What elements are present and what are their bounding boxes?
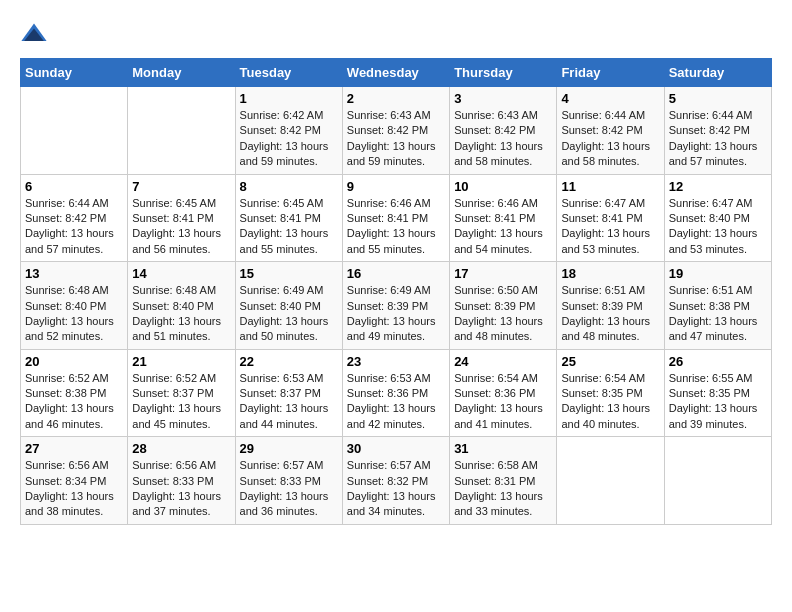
day-number: 29 bbox=[240, 441, 338, 456]
calendar-cell bbox=[664, 437, 771, 525]
day-number: 26 bbox=[669, 354, 767, 369]
calendar-week-5: 27Sunrise: 6:56 AMSunset: 8:34 PMDayligh… bbox=[21, 437, 772, 525]
day-number: 25 bbox=[561, 354, 659, 369]
calendar-cell: 11Sunrise: 6:47 AMSunset: 8:41 PMDayligh… bbox=[557, 174, 664, 262]
day-number: 16 bbox=[347, 266, 445, 281]
calendar-cell: 10Sunrise: 6:46 AMSunset: 8:41 PMDayligh… bbox=[450, 174, 557, 262]
day-number: 18 bbox=[561, 266, 659, 281]
calendar-cell: 3Sunrise: 6:43 AMSunset: 8:42 PMDaylight… bbox=[450, 87, 557, 175]
day-info: Sunrise: 6:47 AMSunset: 8:41 PMDaylight:… bbox=[561, 196, 659, 258]
day-number: 31 bbox=[454, 441, 552, 456]
calendar-cell: 22Sunrise: 6:53 AMSunset: 8:37 PMDayligh… bbox=[235, 349, 342, 437]
day-info: Sunrise: 6:53 AMSunset: 8:36 PMDaylight:… bbox=[347, 371, 445, 433]
day-number: 22 bbox=[240, 354, 338, 369]
day-info: Sunrise: 6:56 AMSunset: 8:33 PMDaylight:… bbox=[132, 458, 230, 520]
day-number: 11 bbox=[561, 179, 659, 194]
day-info: Sunrise: 6:47 AMSunset: 8:40 PMDaylight:… bbox=[669, 196, 767, 258]
day-number: 1 bbox=[240, 91, 338, 106]
calendar-cell: 1Sunrise: 6:42 AMSunset: 8:42 PMDaylight… bbox=[235, 87, 342, 175]
day-info: Sunrise: 6:48 AMSunset: 8:40 PMDaylight:… bbox=[25, 283, 123, 345]
day-info: Sunrise: 6:42 AMSunset: 8:42 PMDaylight:… bbox=[240, 108, 338, 170]
day-number: 2 bbox=[347, 91, 445, 106]
logo bbox=[20, 20, 50, 48]
calendar-cell: 29Sunrise: 6:57 AMSunset: 8:33 PMDayligh… bbox=[235, 437, 342, 525]
day-info: Sunrise: 6:46 AMSunset: 8:41 PMDaylight:… bbox=[347, 196, 445, 258]
day-info: Sunrise: 6:52 AMSunset: 8:37 PMDaylight:… bbox=[132, 371, 230, 433]
calendar-cell: 27Sunrise: 6:56 AMSunset: 8:34 PMDayligh… bbox=[21, 437, 128, 525]
weekday-tuesday: Tuesday bbox=[235, 59, 342, 87]
page-header bbox=[20, 20, 772, 48]
day-info: Sunrise: 6:45 AMSunset: 8:41 PMDaylight:… bbox=[240, 196, 338, 258]
day-number: 10 bbox=[454, 179, 552, 194]
calendar-cell: 21Sunrise: 6:52 AMSunset: 8:37 PMDayligh… bbox=[128, 349, 235, 437]
day-number: 14 bbox=[132, 266, 230, 281]
day-info: Sunrise: 6:43 AMSunset: 8:42 PMDaylight:… bbox=[454, 108, 552, 170]
day-number: 27 bbox=[25, 441, 123, 456]
calendar-cell: 18Sunrise: 6:51 AMSunset: 8:39 PMDayligh… bbox=[557, 262, 664, 350]
day-number: 8 bbox=[240, 179, 338, 194]
calendar-cell: 20Sunrise: 6:52 AMSunset: 8:38 PMDayligh… bbox=[21, 349, 128, 437]
calendar-cell: 26Sunrise: 6:55 AMSunset: 8:35 PMDayligh… bbox=[664, 349, 771, 437]
calendar-cell: 16Sunrise: 6:49 AMSunset: 8:39 PMDayligh… bbox=[342, 262, 449, 350]
day-info: Sunrise: 6:48 AMSunset: 8:40 PMDaylight:… bbox=[132, 283, 230, 345]
day-number: 20 bbox=[25, 354, 123, 369]
day-number: 28 bbox=[132, 441, 230, 456]
day-info: Sunrise: 6:58 AMSunset: 8:31 PMDaylight:… bbox=[454, 458, 552, 520]
day-info: Sunrise: 6:45 AMSunset: 8:41 PMDaylight:… bbox=[132, 196, 230, 258]
day-number: 30 bbox=[347, 441, 445, 456]
calendar-cell: 12Sunrise: 6:47 AMSunset: 8:40 PMDayligh… bbox=[664, 174, 771, 262]
day-number: 24 bbox=[454, 354, 552, 369]
day-info: Sunrise: 6:49 AMSunset: 8:39 PMDaylight:… bbox=[347, 283, 445, 345]
day-info: Sunrise: 6:52 AMSunset: 8:38 PMDaylight:… bbox=[25, 371, 123, 433]
weekday-thursday: Thursday bbox=[450, 59, 557, 87]
calendar-cell: 31Sunrise: 6:58 AMSunset: 8:31 PMDayligh… bbox=[450, 437, 557, 525]
calendar-cell: 2Sunrise: 6:43 AMSunset: 8:42 PMDaylight… bbox=[342, 87, 449, 175]
day-info: Sunrise: 6:43 AMSunset: 8:42 PMDaylight:… bbox=[347, 108, 445, 170]
day-number: 9 bbox=[347, 179, 445, 194]
day-info: Sunrise: 6:53 AMSunset: 8:37 PMDaylight:… bbox=[240, 371, 338, 433]
calendar-cell: 28Sunrise: 6:56 AMSunset: 8:33 PMDayligh… bbox=[128, 437, 235, 525]
calendar-cell: 14Sunrise: 6:48 AMSunset: 8:40 PMDayligh… bbox=[128, 262, 235, 350]
weekday-sunday: Sunday bbox=[21, 59, 128, 87]
weekday-wednesday: Wednesday bbox=[342, 59, 449, 87]
calendar-cell: 6Sunrise: 6:44 AMSunset: 8:42 PMDaylight… bbox=[21, 174, 128, 262]
day-number: 21 bbox=[132, 354, 230, 369]
calendar-cell: 24Sunrise: 6:54 AMSunset: 8:36 PMDayligh… bbox=[450, 349, 557, 437]
day-number: 13 bbox=[25, 266, 123, 281]
calendar-cell: 7Sunrise: 6:45 AMSunset: 8:41 PMDaylight… bbox=[128, 174, 235, 262]
calendar-cell: 13Sunrise: 6:48 AMSunset: 8:40 PMDayligh… bbox=[21, 262, 128, 350]
day-info: Sunrise: 6:51 AMSunset: 8:39 PMDaylight:… bbox=[561, 283, 659, 345]
calendar-cell bbox=[557, 437, 664, 525]
day-number: 19 bbox=[669, 266, 767, 281]
calendar-cell: 9Sunrise: 6:46 AMSunset: 8:41 PMDaylight… bbox=[342, 174, 449, 262]
day-info: Sunrise: 6:44 AMSunset: 8:42 PMDaylight:… bbox=[25, 196, 123, 258]
weekday-friday: Friday bbox=[557, 59, 664, 87]
calendar-header: SundayMondayTuesdayWednesdayThursdayFrid… bbox=[21, 59, 772, 87]
calendar-cell: 30Sunrise: 6:57 AMSunset: 8:32 PMDayligh… bbox=[342, 437, 449, 525]
day-info: Sunrise: 6:44 AMSunset: 8:42 PMDaylight:… bbox=[669, 108, 767, 170]
day-number: 5 bbox=[669, 91, 767, 106]
day-number: 17 bbox=[454, 266, 552, 281]
day-number: 6 bbox=[25, 179, 123, 194]
calendar-cell: 5Sunrise: 6:44 AMSunset: 8:42 PMDaylight… bbox=[664, 87, 771, 175]
calendar-week-1: 1Sunrise: 6:42 AMSunset: 8:42 PMDaylight… bbox=[21, 87, 772, 175]
calendar-cell: 15Sunrise: 6:49 AMSunset: 8:40 PMDayligh… bbox=[235, 262, 342, 350]
weekday-saturday: Saturday bbox=[664, 59, 771, 87]
calendar-cell: 4Sunrise: 6:44 AMSunset: 8:42 PMDaylight… bbox=[557, 87, 664, 175]
calendar-cell bbox=[128, 87, 235, 175]
calendar-week-2: 6Sunrise: 6:44 AMSunset: 8:42 PMDaylight… bbox=[21, 174, 772, 262]
logo-icon bbox=[20, 20, 48, 48]
day-info: Sunrise: 6:51 AMSunset: 8:38 PMDaylight:… bbox=[669, 283, 767, 345]
calendar-cell: 8Sunrise: 6:45 AMSunset: 8:41 PMDaylight… bbox=[235, 174, 342, 262]
day-info: Sunrise: 6:54 AMSunset: 8:36 PMDaylight:… bbox=[454, 371, 552, 433]
weekday-header-row: SundayMondayTuesdayWednesdayThursdayFrid… bbox=[21, 59, 772, 87]
calendar-cell: 19Sunrise: 6:51 AMSunset: 8:38 PMDayligh… bbox=[664, 262, 771, 350]
day-info: Sunrise: 6:50 AMSunset: 8:39 PMDaylight:… bbox=[454, 283, 552, 345]
day-info: Sunrise: 6:46 AMSunset: 8:41 PMDaylight:… bbox=[454, 196, 552, 258]
calendar-cell: 17Sunrise: 6:50 AMSunset: 8:39 PMDayligh… bbox=[450, 262, 557, 350]
day-info: Sunrise: 6:57 AMSunset: 8:32 PMDaylight:… bbox=[347, 458, 445, 520]
calendar-body: 1Sunrise: 6:42 AMSunset: 8:42 PMDaylight… bbox=[21, 87, 772, 525]
calendar-cell: 25Sunrise: 6:54 AMSunset: 8:35 PMDayligh… bbox=[557, 349, 664, 437]
day-number: 12 bbox=[669, 179, 767, 194]
calendar-cell bbox=[21, 87, 128, 175]
